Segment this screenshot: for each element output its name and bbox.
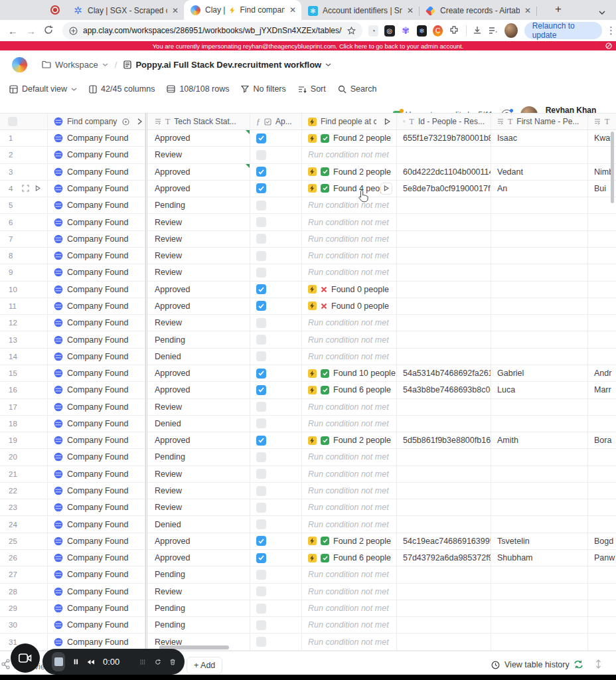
last-name-cell[interactable]: Andr [588, 365, 616, 381]
row-number-cell[interactable]: 23 [0, 499, 48, 515]
status-cell[interactable]: Pending [145, 617, 250, 633]
row-number-cell[interactable]: 5 [0, 197, 48, 213]
views-panel-icon[interactable] [1, 659, 11, 669]
approve-checkbox[interactable] [256, 620, 266, 630]
first-name-cell[interactable]: Luca [491, 382, 588, 398]
people-cell[interactable]: Run condition not met [302, 449, 397, 465]
first-name-cell[interactable]: Isaac [491, 130, 588, 146]
approve-cell[interactable] [250, 432, 302, 448]
last-name-cell[interactable]: Panw [588, 550, 616, 566]
drag-grid-icon[interactable] [139, 657, 146, 667]
trash-icon[interactable] [170, 657, 175, 667]
last-name-cell[interactable] [588, 349, 616, 365]
reading-list-icon[interactable] [489, 25, 499, 37]
first-name-cell[interactable] [491, 264, 588, 280]
status-cell[interactable]: Denied [145, 349, 250, 365]
approve-checkbox[interactable] [256, 486, 266, 496]
approve-cell[interactable] [250, 231, 302, 247]
first-name-cell[interactable]: An [491, 181, 588, 197]
sort-button[interactable]: Sort [298, 84, 326, 94]
company-cell[interactable]: Company Found [48, 499, 145, 515]
people-cell[interactable]: Found 2 people [302, 533, 397, 549]
last-name-cell[interactable] [588, 416, 616, 432]
rewind-icon[interactable] [87, 658, 94, 666]
people-cell[interactable]: Found 2 people [302, 432, 397, 448]
first-name-cell[interactable] [491, 584, 588, 600]
clay-logo[interactable] [12, 57, 27, 72]
people-cell[interactable]: Run condition not met [302, 349, 397, 365]
first-name-cell[interactable] [491, 516, 588, 532]
company-cell[interactable]: Company Found [48, 516, 145, 532]
approve-checkbox[interactable] [256, 503, 266, 513]
id-cell[interactable] [397, 634, 491, 649]
approve-cell[interactable] [250, 349, 302, 365]
row-number-cell[interactable]: 13 [0, 331, 48, 347]
company-cell[interactable]: Company Found [48, 264, 145, 280]
company-cell[interactable]: Company Found [48, 181, 145, 197]
expand-row-icon[interactable] [22, 185, 29, 192]
company-cell[interactable]: Company Found [48, 584, 145, 600]
status-cell[interactable]: Review [145, 483, 250, 499]
id-cell[interactable] [397, 282, 491, 298]
address-bar[interactable]: app.clay.com/workspaces/286951/workbooks… [62, 22, 362, 39]
browser-tab-2[interactable]: Clay |Find company lo✕ [184, 0, 301, 20]
approve-checkbox[interactable] [256, 217, 266, 227]
company-cell[interactable]: Company Found [48, 634, 145, 649]
row-number-cell[interactable]: 12 [0, 315, 48, 331]
column-header-approve[interactable]: ƒ Ap... [250, 114, 302, 129]
column-header-company[interactable]: Find company looka. [48, 114, 145, 129]
id-cell[interactable] [397, 449, 491, 465]
id-cell[interactable]: 655f1e73219b780001b8e... [397, 130, 491, 146]
approve-cell[interactable] [250, 600, 302, 616]
first-name-cell[interactable] [491, 399, 588, 415]
company-cell[interactable]: Company Found [48, 550, 145, 566]
company-cell[interactable]: Company Found [48, 399, 145, 415]
last-name-cell[interactable] [588, 231, 616, 247]
approve-checkbox[interactable] [256, 637, 266, 647]
last-name-cell[interactable] [588, 399, 616, 415]
company-cell[interactable]: Company Found [48, 331, 145, 347]
company-cell[interactable]: Company Found [48, 432, 145, 448]
run-row-play-icon[interactable] [35, 185, 40, 191]
approve-cell[interactable] [250, 550, 302, 566]
approve-checkbox[interactable] [256, 268, 266, 278]
status-cell[interactable]: Approved [145, 550, 250, 566]
last-name-cell[interactable] [588, 499, 616, 515]
browser-tab-4[interactable]: Create records - Airtable We✕ [419, 1, 536, 20]
approve-cell[interactable] [250, 516, 302, 532]
chevron-down-icon[interactable] [102, 63, 108, 66]
row-number-cell[interactable]: 28 [0, 584, 48, 600]
row-number-cell[interactable]: 20 [0, 449, 48, 465]
approve-cell[interactable] [250, 197, 302, 213]
last-name-cell[interactable] [588, 600, 616, 616]
people-cell[interactable]: Run condition not met [302, 416, 397, 432]
status-cell[interactable]: Review [145, 264, 250, 280]
first-name-cell[interactable] [491, 416, 588, 432]
status-cell[interactable]: Pending [145, 449, 250, 465]
status-cell[interactable]: Denied [145, 416, 250, 432]
banner-close-icon[interactable] [605, 42, 612, 50]
id-cell[interactable]: 54c19eac746869163999... [397, 533, 491, 549]
status-cell[interactable]: Pending [145, 197, 250, 213]
first-name-cell[interactable] [491, 214, 588, 230]
first-name-cell[interactable] [491, 331, 588, 347]
frozen-column-divider[interactable] [145, 113, 147, 651]
approve-cell[interactable] [250, 315, 302, 331]
status-cell[interactable]: Review [145, 214, 250, 230]
id-cell[interactable] [397, 399, 491, 415]
company-cell[interactable]: Company Found [48, 533, 145, 549]
company-cell[interactable]: Company Found [48, 298, 145, 314]
approve-cell[interactable] [250, 499, 302, 515]
first-name-cell[interactable] [491, 634, 588, 649]
company-cell[interactable]: Company Found [48, 483, 145, 499]
row-number-cell[interactable]: 22 [0, 483, 48, 499]
last-name-cell[interactable]: Marr [588, 382, 616, 398]
row-number-cell[interactable]: 17 [0, 399, 48, 415]
first-name-cell[interactable] [491, 147, 588, 163]
approve-cell[interactable] [250, 466, 302, 482]
row-number-cell[interactable]: 10 [0, 282, 48, 298]
last-name-cell[interactable] [588, 634, 616, 649]
tab-search-chevron-icon[interactable] [599, 5, 605, 17]
select-all-checkbox[interactable] [8, 117, 17, 126]
approve-checkbox[interactable] [256, 234, 266, 244]
